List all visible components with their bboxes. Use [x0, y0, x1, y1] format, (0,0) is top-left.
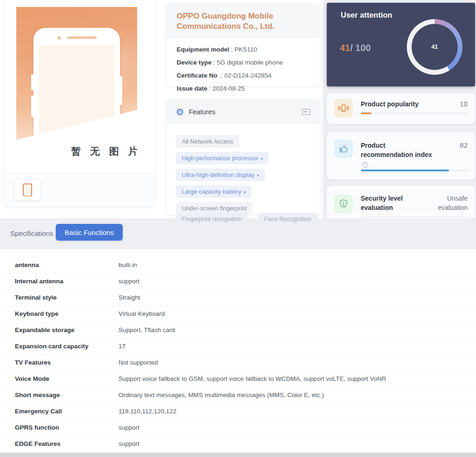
chevron-down-icon: ▾ — [261, 157, 263, 161]
tab-basic-functions[interactable]: Basic Functions — [56, 224, 123, 241]
metric-title: Security level evaluation — [361, 194, 416, 212]
gear-icon: ⚙ — [176, 107, 184, 117]
spec-value: Support, Tflash card — [104, 326, 476, 335]
spec-value: 119,110,112,120,122 — [104, 407, 476, 416]
spec-label: GPRS function — [0, 423, 104, 432]
field-label: Certificate No — [177, 72, 218, 79]
spec-table-row: Expansion card capacity1T — [0, 339, 476, 355]
chevron-down-icon: ▾ — [257, 173, 259, 178]
company-card-header: OPPO Guangdong Mobile Communications Co.… — [166, 4, 320, 39]
features-card: ⚙ Features All Network AccessHigh-perfor… — [166, 100, 320, 215]
spec-label: Short message — [0, 391, 104, 400]
thumbnail-phone-icon — [23, 183, 32, 196]
spec-label: Emergency Call — [0, 407, 104, 416]
spec-label: Terminal style — [0, 293, 104, 302]
company-info-card: OPPO Guangdong Mobile Communications Co.… — [166, 4, 320, 86]
clipped-tags-wrap: Fingerprint recognitionFace Recognition — [176, 213, 329, 225]
bottom-divider — [0, 453, 476, 457]
spec-table-row: Short messageOrdinary text messages, MMS… — [0, 387, 476, 404]
clipped-tag-row: Fingerprint recognitionFace Recognition — [176, 213, 329, 225]
metric-progress-fill — [361, 112, 371, 114]
spec-table-row: Terminal styleStraight — [0, 290, 476, 306]
company-fields: Equipment model : PKS110Device type : 5G… — [166, 39, 320, 92]
user-attention-title: User attention — [341, 11, 392, 20]
spec-value: support — [104, 423, 476, 432]
spec-label: EDGE Features — [0, 439, 104, 449]
metric-value: Unsafe evaluation — [426, 194, 468, 212]
no-image-label: 暂 无 图 片 — [71, 145, 137, 158]
metric-title: Product popularity — [361, 99, 418, 109]
field-label: Equipment model — [177, 46, 229, 53]
feature-tag-list: All Network AccessHigh-performance proce… — [166, 124, 320, 215]
spec-label: Internal antenna — [0, 277, 104, 286]
company-field-row: Certificate No .: 02-D124-242854 — [177, 72, 310, 79]
field-value: PKS110 — [235, 46, 258, 53]
vibrating-phone-icon — [334, 99, 353, 118]
field-value: 02-D124-242854 — [225, 72, 271, 79]
spec-label: Voice Mode — [0, 374, 104, 384]
basic-functions-table: antennabuilt-inInternal antennasupportTe… — [0, 249, 476, 453]
field-separator: : — [229, 46, 234, 53]
metric-value: 10 — [460, 99, 468, 109]
spec-table-row: Voice ModeSupport voice fallback to GSM,… — [0, 371, 476, 387]
spec-value: Straight — [104, 293, 476, 302]
spec-label: Expandable storage — [0, 326, 104, 335]
spec-label: Keyboard type — [0, 309, 104, 319]
feature-tag[interactable]: High-performance processor▾ — [176, 152, 269, 164]
field-separator: : — [212, 59, 217, 66]
card-view-icon[interactable] — [302, 109, 311, 115]
feature-tag[interactable]: Face Recognition — [258, 213, 317, 225]
spec-table-row: antennabuilt-in — [0, 257, 476, 274]
spec-label: TV Features — [0, 358, 104, 367]
phone-side-button — [31, 96, 34, 117]
spec-value: Ordinary text messages, MMS multimedia m… — [104, 391, 476, 400]
phone-side-button — [31, 74, 34, 90]
spec-label: antenna — [0, 261, 104, 270]
user-attention-card: User attention 41/ 100 41 — [327, 3, 475, 86]
phone-side-button — [119, 76, 122, 105]
thumbs-up-icon — [334, 139, 353, 158]
metric-progress-track — [361, 215, 469, 216]
field-label: Device type — [177, 59, 212, 66]
tab-specifications[interactable]: Specifications — [10, 229, 53, 237]
feature-tag[interactable]: Large capacity battery▾ — [176, 185, 251, 198]
field-value: 5G digital mobile phone — [217, 59, 283, 66]
features-title: Features — [189, 108, 215, 116]
spec-value: Support voice fallback to GSM, support v… — [104, 374, 476, 384]
company-name: OPPO Guangdong Mobile Communications Co.… — [177, 11, 310, 32]
spec-label: Expansion card capacity — [0, 342, 104, 351]
spec-table-row: Keyboard typeVirtual Keyboard — [0, 306, 476, 322]
feature-tag[interactable]: Fingerprint recognition — [176, 213, 248, 225]
spec-value: built-in — [104, 261, 476, 270]
recommendation-index-card: Product recommendation index? 82 — [327, 131, 475, 180]
spec-table-row: GPRS functionsupport — [0, 420, 476, 436]
spec-table-row: Internal antennasupport — [0, 274, 476, 290]
spec-value: support — [104, 277, 476, 286]
field-separator: : — [207, 85, 212, 92]
field-separator: .: — [218, 72, 225, 79]
metric-title: Product recommendation index? — [361, 141, 435, 169]
shield-alert-icon — [334, 195, 353, 213]
field-label: Issue date — [177, 85, 207, 92]
gauge-center-label: 41 — [407, 19, 463, 75]
feature-tag[interactable]: Ultra-high-definition display▾ — [176, 169, 265, 181]
feature-tag[interactable]: All Network Access — [176, 135, 239, 148]
product-image-placeholder: 暂 无 图 片 — [16, 7, 137, 160]
metric-progress-track — [361, 170, 469, 171]
company-field-row: Device type : 5G digital mobile phone — [177, 59, 310, 66]
metric-progress-fill — [361, 170, 449, 171]
help-icon[interactable]: ? — [362, 162, 368, 168]
thumbnail-strip — [4, 173, 155, 207]
product-image-panel: 暂 无 图 片 — [4, 0, 155, 207]
user-attention-score: 41/ 100 — [340, 43, 371, 53]
field-value: 2024-08-25 — [212, 85, 245, 92]
spec-table-row: Expandable storageSupport, Tflash card — [0, 322, 476, 339]
spec-value: Not supported — [104, 358, 476, 367]
features-header: ⚙ Features — [166, 100, 320, 124]
spec-table-row: Emergency Call119,110,112,120,122 — [0, 404, 476, 420]
chevron-down-icon: ▾ — [244, 190, 246, 195]
image-thumbnail[interactable] — [14, 180, 40, 200]
certification-page: 暂 无 图 片 OPPO Guangdong Mobile Communicat… — [0, 0, 476, 457]
company-field-row: Issue date : 2024-08-25 — [177, 85, 310, 92]
spec-value: Virtual Keyboard — [104, 309, 476, 319]
